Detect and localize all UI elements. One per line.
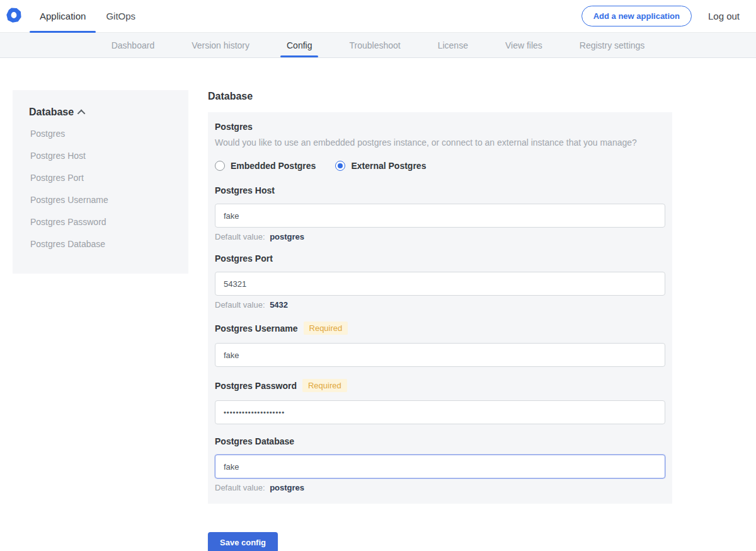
- radio-label: External Postgres: [351, 161, 426, 171]
- top-navbar: Application GitOps Add a new application…: [0, 0, 756, 33]
- group-label-postgres: Postgres: [215, 122, 665, 132]
- subnav-tab-registry-settings[interactable]: Registry settings: [580, 33, 644, 57]
- radio-checked-icon: [335, 161, 345, 171]
- postgres-mode-radio-group: Embedded Postgres External Postgres: [215, 161, 665, 171]
- subnav-tab-view-files[interactable]: View files: [505, 33, 542, 57]
- kots-logo-icon: [6, 7, 22, 26]
- radio-unchecked-icon: [215, 161, 225, 171]
- hint-prefix: Default value:: [215, 232, 265, 241]
- config-main: Database Postgres Would you like to use …: [208, 90, 672, 551]
- subnav-tab-license[interactable]: License: [438, 33, 468, 57]
- sidebar-group-database[interactable]: Database: [29, 107, 176, 118]
- postgres-password-input[interactable]: [215, 400, 665, 424]
- nav-tab-application[interactable]: Application: [30, 0, 96, 32]
- chevron-up-icon: [77, 109, 86, 117]
- field-label: Postgres Database: [215, 436, 294, 446]
- sidebar-item-postgres-database[interactable]: Postgres Database: [29, 233, 176, 255]
- app-subnav: Dashboard Version history Config Trouble…: [0, 33, 756, 58]
- field-label: Postgres Password: [215, 381, 297, 391]
- subnav-tab-dashboard[interactable]: Dashboard: [112, 33, 155, 57]
- hint-value: postgres: [270, 232, 304, 241]
- postgres-port-input[interactable]: [215, 272, 665, 296]
- field-label: Postgres Port: [215, 253, 273, 264]
- save-config-button[interactable]: Save config: [208, 532, 278, 551]
- sidebar-group-label: Database: [29, 107, 74, 118]
- logout-link[interactable]: Log out: [708, 11, 740, 21]
- hint-value: postgres: [270, 483, 304, 492]
- nav-tab-gitops[interactable]: GitOps: [96, 0, 146, 32]
- group-help-text: Would you like to use an embedded postgr…: [215, 137, 665, 148]
- postgres-host-input[interactable]: [215, 204, 665, 228]
- subnav-tab-troubleshoot[interactable]: Troubleshoot: [349, 33, 400, 57]
- field-postgres-password: Postgres Password Required: [215, 379, 665, 424]
- sidebar-item-list: Postgres Postgres Host Postgres Port Pos…: [29, 122, 176, 255]
- sidebar-item-postgres-port[interactable]: Postgres Port: [29, 166, 176, 188]
- subnav-tab-config[interactable]: Config: [287, 33, 312, 57]
- sidebar-item-postgres-host[interactable]: Postgres Host: [29, 144, 176, 166]
- field-postgres-database: Postgres Database Default value: postgre…: [215, 436, 665, 492]
- default-value-hint: Default value: 5432: [215, 300, 665, 310]
- radio-external-postgres[interactable]: External Postgres: [335, 161, 426, 171]
- field-label: Postgres Host: [215, 185, 275, 195]
- default-value-hint: Default value: postgres: [215, 483, 665, 492]
- sidebar-item-postgres[interactable]: Postgres: [29, 122, 176, 144]
- add-application-button[interactable]: Add a new application: [581, 6, 692, 26]
- postgres-username-input[interactable]: [215, 343, 665, 367]
- radio-label: Embedded Postgres: [231, 161, 316, 171]
- field-postgres-host: Postgres Host Default value: postgres: [215, 185, 665, 241]
- config-sidebar: Database Postgres Postgres Host Postgres…: [13, 90, 188, 274]
- required-badge: Required: [302, 379, 347, 392]
- field-postgres-port: Postgres Port Default value: 5432: [215, 253, 665, 310]
- app-logo[interactable]: [6, 0, 22, 32]
- subnav-tab-version-history[interactable]: Version history: [192, 33, 249, 57]
- hint-prefix: Default value:: [215, 300, 265, 310]
- section-title: Database: [208, 91, 672, 102]
- field-label: Postgres Username: [215, 323, 298, 334]
- database-config-panel: Postgres Would you like to use an embedd…: [208, 112, 672, 504]
- navbar-right: Add a new application Log out: [581, 0, 740, 32]
- nav-tab-label: Application: [40, 11, 86, 21]
- hint-prefix: Default value:: [215, 483, 265, 492]
- radio-embedded-postgres[interactable]: Embedded Postgres: [215, 161, 316, 171]
- sidebar-item-postgres-password[interactable]: Postgres Password: [29, 211, 176, 233]
- required-badge: Required: [304, 322, 348, 335]
- nav-tab-label: GitOps: [106, 11, 135, 21]
- primary-nav: Application GitOps: [30, 0, 146, 32]
- postgres-database-input[interactable]: [215, 455, 665, 478]
- field-postgres-username: Postgres Username Required: [215, 322, 665, 367]
- default-value-hint: Default value: postgres: [215, 232, 665, 241]
- sidebar-item-postgres-username[interactable]: Postgres Username: [29, 188, 176, 211]
- config-page: Database Postgres Postgres Host Postgres…: [0, 58, 756, 551]
- hint-value: 5432: [270, 300, 288, 310]
